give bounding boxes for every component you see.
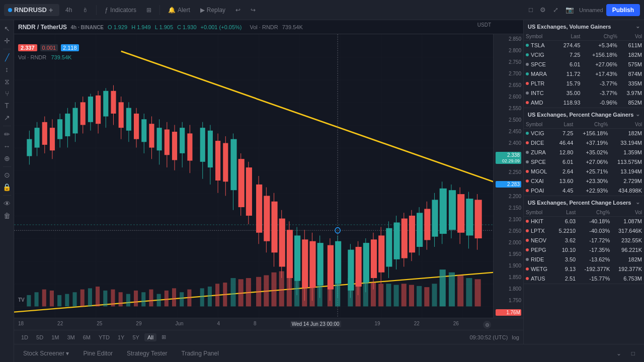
table-row[interactable]: MGOL 2.64 +25.71% 13.194M [524, 167, 644, 176]
symbol-search[interactable]: RNDRUSD + [4, 4, 59, 16]
table-row[interactable]: DICE 46.44 +37.19% 33.194M [524, 138, 644, 148]
stock-screener-btn[interactable]: Stock Screener ▾ [20, 348, 72, 359]
tf-ytd[interactable]: YTD [96, 333, 113, 341]
svg-rect-23 [72, 108, 77, 134]
cursor-tool[interactable]: ↖ [2, 23, 13, 34]
channel-tool[interactable]: ⧖ [2, 76, 13, 87]
fib-tool[interactable]: ↕ [2, 64, 13, 75]
table-row[interactable]: CXAI 13.60 +23.30% 2.729M [524, 176, 644, 186]
tf-3m[interactable]: 3M [64, 333, 77, 341]
bar-type-icon: 🕯 [82, 7, 88, 14]
table-row[interactable]: TSLA 274.45 +5.34% 611M [524, 41, 644, 50]
snapshot-button[interactable]: □ [527, 4, 535, 16]
camera-button[interactable]: 📷 [564, 4, 576, 16]
tf-5y[interactable]: 5Y [129, 333, 142, 341]
table-row[interactable]: VCIG 7.25 +156.18% 182M [524, 129, 644, 138]
last-price: 35.00 [555, 88, 582, 98]
trading-panel-btn[interactable]: Trading Panel [179, 348, 222, 359]
table-row[interactable]: VCIG 7.25 +156.18% 182M [524, 50, 644, 60]
tf-1d[interactable]: 1D [18, 333, 31, 341]
magnet-tool[interactable]: ⊙ [2, 169, 13, 180]
tf-all[interactable]: All [144, 333, 156, 341]
expand-footer-btn[interactable]: □ [628, 348, 638, 359]
table-row[interactable]: PEPG 10.10 -17.35% 96.221K [524, 245, 644, 255]
tf-1y[interactable]: 1Y [115, 333, 127, 341]
brush-tool[interactable]: ✏ [2, 129, 13, 140]
trendline-tool[interactable]: ╱ [2, 52, 13, 63]
collapse-footer-btn[interactable]: ⌄ [613, 348, 624, 359]
table-row[interactable]: POAI 4.45 +22.93% 434.898K [524, 186, 644, 196]
svg-rect-177 [449, 273, 455, 307]
table-row[interactable]: AMD 118.93 -0.96% 852M [524, 98, 644, 108]
chart-area[interactable]: RNDR / TetherUS 4h · BINANCE O 1.929 H 1… [14, 20, 523, 344]
table-row[interactable]: SPCE 6.01 +27.06% 575M [524, 60, 644, 69]
tf-6m[interactable]: 6M [80, 333, 94, 341]
svg-rect-150 [230, 278, 235, 306]
symbol-dot [526, 220, 529, 223]
table-row[interactable]: PLTR 15.79 -3.77% 335M [524, 79, 644, 88]
crosshair-tool[interactable]: ✛ [2, 35, 13, 46]
table-row[interactable]: ZURA 12.80 +35.02% 1.359M [524, 148, 644, 157]
settings-button[interactable]: ⚙ [538, 4, 548, 16]
pitchfork-tool[interactable]: ⑂ [2, 88, 13, 99]
svg-rect-119 [457, 194, 464, 233]
add-symbol-icon[interactable]: + [49, 6, 53, 14]
last-price: 6.03 [553, 217, 578, 226]
svg-rect-49 [172, 132, 177, 160]
pine-editor-btn[interactable]: Pine Editor [80, 348, 116, 359]
svg-rect-125 [35, 292, 39, 306]
svg-rect-29 [96, 96, 101, 124]
pct-gainers-header[interactable]: US Exchanges, Percent Change Gainers ⌄ [524, 108, 644, 121]
table-row[interactable]: ATUS 2.51 -15.77% 6.753M [524, 274, 644, 284]
table-row[interactable]: NEOV 3.62 -17.72% 232.55K [524, 236, 644, 245]
volume: 3.97M [619, 88, 644, 98]
undo-button[interactable]: ↩ [231, 5, 245, 16]
replay-button[interactable]: ▶ Replay [196, 5, 229, 16]
eye-tool[interactable]: 👁 [2, 198, 13, 209]
open-price: O 1.929 [108, 24, 127, 30]
tf-5d[interactable]: 5D [33, 333, 46, 341]
tf-1m[interactable]: 1M [48, 333, 62, 341]
svg-rect-13 [35, 128, 40, 147]
lock-tool[interactable]: 🔒 [2, 182, 13, 193]
publish-button[interactable]: Publish [606, 4, 640, 16]
chart-canvas[interactable]: 2.850 2.800 2.750 2.700 2.650 2.600 2.55… [14, 34, 523, 318]
templates-button[interactable]: ⊞ [142, 5, 155, 16]
alert-icon: 🔔 [168, 7, 176, 14]
table-row[interactable]: HKIT 6.03 -40.18% 1.087M [524, 217, 644, 226]
price-change-badge: 0.001 [40, 44, 58, 51]
trash-tool[interactable]: 🗑 [2, 210, 13, 221]
table-row[interactable]: LPTX 5.2210 -40.03% 317.646K [524, 226, 644, 236]
volume: 6.753M [612, 274, 644, 284]
tf-custom[interactable]: ⊞ [158, 333, 169, 341]
table-row[interactable]: SPCE 6.01 +27.06% 113.575M [524, 157, 644, 167]
svg-rect-67 [246, 167, 252, 216]
timeframe-button[interactable]: 4h [61, 5, 76, 16]
symbol-name: LPTX [531, 228, 545, 234]
table-row[interactable]: WETG 9.13 -192.377K 192.377K [524, 264, 644, 274]
svg-rect-133 [96, 287, 100, 306]
footer-tools: Stock Screener ▾ Pine Editor Strategy Te… [14, 344, 644, 362]
text-tool[interactable]: T [2, 100, 13, 111]
strategy-tester-btn[interactable]: Strategy Tester [124, 348, 170, 359]
alert-button[interactable]: 🔔 Alert [164, 5, 194, 16]
log-label[interactable]: log [512, 334, 519, 340]
time-settings-icon[interactable]: ⚙ [483, 321, 491, 329]
pct-losers-header[interactable]: US Exchanges, Percent Change Losers ⌄ [524, 196, 644, 209]
bar-type-button[interactable]: 🕯 [78, 5, 92, 16]
indicators-button[interactable]: ƒ Indicators [101, 5, 140, 16]
fullscreen-button[interactable]: ⤢ [551, 4, 560, 16]
arrow-tool[interactable]: ↗ [2, 112, 13, 123]
redo-button[interactable]: ↪ [247, 5, 260, 16]
symbol-dot [526, 258, 529, 261]
ruler-tool[interactable]: ↔ [2, 141, 13, 152]
svg-rect-27 [88, 97, 93, 122]
table-row[interactable]: MARA 11.72 +17.43% 874M [524, 69, 644, 79]
svg-rect-53 [187, 133, 192, 160]
volume-gainers-header[interactable]: US Exchanges, Volume Gainers ⌄ [524, 20, 644, 33]
tool-separator2 [3, 126, 11, 126]
svg-rect-156 [279, 272, 284, 307]
zoom-tool[interactable]: ⊕ [2, 153, 13, 164]
table-row[interactable]: RIDE 3.50 -13.62% 182M [524, 255, 644, 264]
table-row[interactable]: INTC 35.00 -3.77% 3.97M [524, 88, 644, 98]
